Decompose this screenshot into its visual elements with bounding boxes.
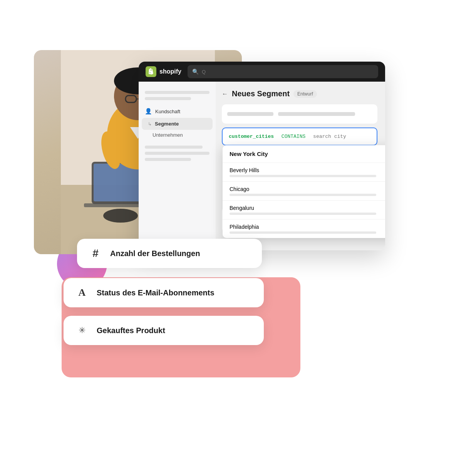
dropdown-item-philadelphia[interactable]: Philadelphia — [223, 219, 385, 238]
city-name-philadelphia: Philadelphia — [230, 224, 259, 230]
sidebar-item-unternehmen[interactable]: Unternehmen — [139, 130, 216, 140]
sidebar-placeholder-1 — [145, 91, 210, 94]
email-label: Status des E-Mail-Abonnements — [97, 288, 215, 297]
product-label: Gekauftes Produkt — [97, 326, 165, 335]
city-dropdown: New York City Beverly Hills Chicago Beng… — [223, 145, 385, 238]
hash-icon: # — [88, 246, 103, 261]
city-name-chicago: Chicago — [230, 186, 249, 192]
top-placeholder-bar-2 — [278, 112, 355, 116]
bengaluru-sub — [230, 213, 376, 215]
topbar-search[interactable]: 🔍 Q — [188, 65, 378, 78]
sidebar-placeholder-5 — [145, 158, 191, 161]
page-title: Neues Segment — [232, 89, 290, 98]
sidebar-item-segmente[interactable]: ↳ Segmente — [142, 118, 213, 130]
city-name-beverly-hills: Beverly Hills — [230, 167, 259, 173]
back-arrow[interactable]: ← — [222, 91, 228, 97]
dropdown-item-chicago[interactable]: Chicago — [223, 181, 385, 200]
city-search-input[interactable] — [313, 134, 359, 139]
shopify-logo: shopify — [146, 66, 181, 77]
page-header: ← Neues Segment Entwurf — [222, 89, 377, 98]
shopify-logo-icon — [146, 66, 156, 77]
email-card[interactable]: A Status des E-Mail-Abonnements — [64, 278, 264, 307]
beverly-hills-sub — [230, 175, 376, 177]
code-keyword: customer_cities — [229, 134, 274, 139]
shopify-content: 👤 Kundschaft ↳ Segmente Unternehmen ← N — [139, 82, 385, 250]
shopify-main: ← Neues Segment Entwurf customer_cities … — [216, 82, 385, 250]
shopify-sidebar: 👤 Kundschaft ↳ Segmente Unternehmen — [139, 82, 216, 250]
shopify-admin-window: shopify 🔍 Q 👤 Kundschaft ↳ Segmente — [139, 62, 385, 250]
top-placeholder-bar-1 — [227, 112, 273, 116]
person-icon: 👤 — [145, 108, 152, 115]
kundschaft-label: Kundschaft — [155, 109, 180, 114]
city-name-bengaluru: Bengaluru — [230, 205, 254, 211]
svg-point-5 — [103, 209, 138, 223]
sidebar-placeholder-4 — [145, 152, 210, 155]
search-hint: Q — [202, 69, 206, 75]
dropdown-item-beverly-hills[interactable]: Beverly Hills — [223, 163, 385, 181]
dropdown-item-bengaluru[interactable]: Bengaluru — [223, 200, 385, 219]
shopify-topbar: shopify 🔍 Q — [139, 62, 385, 82]
orders-label: Anzahl der Bestellungen — [110, 249, 200, 258]
chicago-sub — [230, 194, 376, 196]
indent-icon: ↳ — [148, 121, 152, 127]
segmente-label: Segmente — [155, 121, 179, 127]
text-icon: A — [74, 285, 90, 300]
product-card[interactable]: ✳ Gekauftes Produkt — [64, 316, 264, 345]
city-name-new-york: New York City — [230, 151, 268, 157]
code-editor[interactable]: customer_cities CONTAINS New York City B… — [222, 127, 377, 146]
draft-badge: Entwurf — [293, 90, 317, 98]
sidebar-placeholder-3 — [145, 146, 203, 149]
sidebar-item-kundschaft[interactable]: 👤 Kundschaft — [139, 105, 216, 118]
unternehmen-label: Unternehmen — [153, 132, 183, 138]
search-icon: 🔍 — [192, 69, 199, 75]
sparkle-icon: ✳ — [74, 323, 90, 338]
sidebar-placeholder-2 — [145, 97, 191, 100]
shopify-logo-text: shopify — [159, 68, 181, 75]
orders-card[interactable]: # Anzahl der Bestellungen — [77, 239, 262, 268]
code-operator: CONTAINS — [282, 134, 305, 139]
dropdown-item-new-york[interactable]: New York City — [223, 145, 385, 163]
philadelphia-sub — [230, 231, 376, 234]
